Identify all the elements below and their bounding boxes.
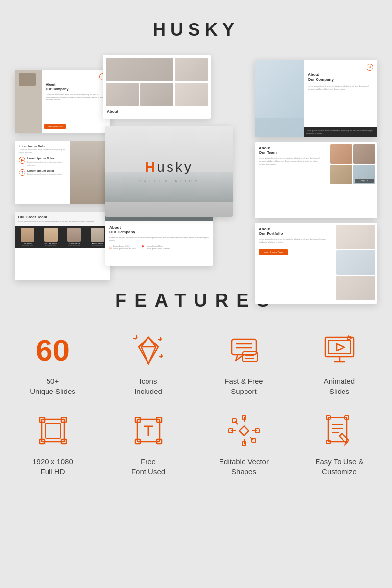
slide-count-number: 60 <box>36 335 70 366</box>
text-frame-icon <box>129 411 168 450</box>
support-label: Fast & FreeSupport <box>224 376 263 396</box>
feature-support: Fast & FreeSupport <box>201 331 287 396</box>
slide-7-team: TAYA SMITH lorem ipsum dolor WILLIAM SMI… <box>15 226 110 249</box>
slide-1-card: H AboutOur Company Lorem ipsum dolor sit… <box>15 70 110 133</box>
slides-preview: H AboutOur Company Lorem ipsum dolor sit… <box>10 55 382 266</box>
slide-9-button[interactable]: Lorem Ipsum Dolor <box>259 249 288 255</box>
icons-included-label: IconsIncluded <box>134 376 162 396</box>
slide-9-title: AboutOur Portfolio <box>259 227 330 236</box>
slide-4-card: Lorem Ipsum Dolor Lorem ipsum dolor sit … <box>15 141 110 204</box>
vector-pen-icon <box>224 411 264 450</box>
slide-8-title: AboutOur Company <box>109 225 209 234</box>
slide-3-card: H AboutOur Company Lorem ipsum dolor sit… <box>255 60 377 137</box>
feature-easy-customize: Easy To Use &Customize <box>296 411 382 477</box>
svg-rect-12 <box>232 339 256 355</box>
svg-rect-32 <box>46 423 60 438</box>
features-grid: 60 50+Unique Slides <box>10 331 382 477</box>
free-font-label: FreeFont Used <box>131 456 165 477</box>
slide-3-content: H AboutOur Company Lorem ipsum dolor sit… <box>304 60 377 127</box>
svg-marker-20 <box>337 344 344 351</box>
feature-animated-slides: AnimatedSlides <box>296 331 382 396</box>
header: HUSKY <box>153 0 239 50</box>
document-edit-icon <box>320 411 359 450</box>
svg-rect-19 <box>328 340 351 354</box>
number-60-icon: 60 <box>33 331 73 370</box>
team-member-2: WILLIAM SMITH lorem ipsum dolor <box>40 228 62 247</box>
slide-3-dark-section: Lorem ipsum dolor sit amet consectetur a… <box>304 127 377 137</box>
easy-customize-label: Easy To Use &Customize <box>315 456 363 477</box>
page-title: HUSKY <box>153 20 239 40</box>
feature-unique-slides: 60 50+Unique Slides <box>10 331 96 396</box>
slide-5-husky-title: Husky PRESENTATION <box>105 126 233 217</box>
slide-3-badge: H <box>367 64 373 71</box>
svg-rect-40 <box>239 426 249 436</box>
diamond-icon <box>129 331 168 370</box>
vector-shapes-label: Editable VectorShapes <box>219 456 269 477</box>
slide-1-text: Lorem ipsum dolor sit amet consectetur a… <box>46 93 106 101</box>
svg-marker-0 <box>139 337 158 364</box>
team-member-1: TAYA SMITH lorem ipsum dolor <box>17 228 38 247</box>
feature-icons-included: IconsIncluded <box>105 331 191 396</box>
svg-line-26 <box>350 336 351 337</box>
team-member-3: JAMES SMITH lorem ipsum dolor <box>64 228 85 247</box>
feature-vector-shapes: Editable VectorShapes <box>201 411 287 477</box>
slide-1-title: AboutOur Company <box>46 82 106 91</box>
slide-9-card: AboutOur Portfolio Lorem ipsum dolor sit… <box>255 223 377 304</box>
slide-6-title: AboutOur Team <box>259 146 324 155</box>
animated-slides-label: AnimatedSlides <box>324 376 355 396</box>
unique-slides-label: 50+Unique Slides <box>30 376 75 396</box>
slide-7-title: Our Great Team <box>18 215 107 219</box>
slide-6-card: AboutOur Team Lorem ipsum dolor sit amet… <box>255 142 377 218</box>
slide-2-card: About <box>103 55 211 119</box>
features-section: FEATURES 60 50+Unique Slides <box>10 280 382 491</box>
slide-5-logo: Husky <box>138 160 199 174</box>
play-screen-icon <box>320 331 359 370</box>
slide-1-image <box>15 70 42 133</box>
feature-full-hd: 1920 x 1080Full HD <box>10 411 96 477</box>
chat-icon <box>224 331 264 370</box>
slide-3-text: Lorem ipsum dolor sit amet consectetur a… <box>308 85 373 91</box>
slide-6-text: Lorem ipsum dolor sit amet consectetur a… <box>259 157 324 166</box>
svg-marker-1 <box>141 337 156 364</box>
svg-rect-27 <box>42 419 64 442</box>
svg-rect-15 <box>243 352 257 362</box>
slide-3-image <box>255 60 304 137</box>
full-hd-label: 1920 x 1080Full HD <box>32 456 73 477</box>
svg-point-23 <box>347 337 350 340</box>
feature-free-font: FreeFont Used <box>105 411 191 477</box>
slide-3-title: AboutOur Company <box>308 73 373 83</box>
frame-icon <box>33 411 73 450</box>
slide-5-subtitle: PRESENTATION <box>138 179 199 183</box>
slide-7-card: Our Great Team Lorem ipsum dolor sit ame… <box>15 212 110 280</box>
svg-rect-53 <box>328 417 347 442</box>
